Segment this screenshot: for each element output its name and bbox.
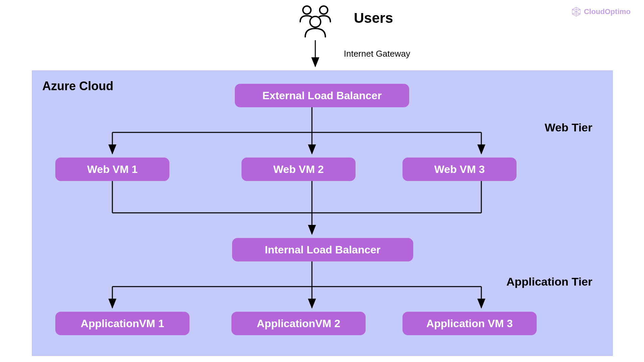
external-load-balancer-node: External Load Balancer xyxy=(235,84,409,107)
web-vm-1-node: Web VM 1 xyxy=(55,158,169,181)
users-label: Users xyxy=(354,10,393,26)
web-vm-3-node: Web VM 3 xyxy=(402,158,517,181)
svg-point-7 xyxy=(320,6,328,14)
brand-icon xyxy=(571,7,581,17)
node-label: ApplicationVM 2 xyxy=(257,317,340,330)
svg-point-8 xyxy=(310,16,321,27)
node-label: External Load Balancer xyxy=(262,89,382,102)
node-label: Internal Load Balancer xyxy=(265,244,381,256)
web-vm-2-node: Web VM 2 xyxy=(241,158,356,181)
internal-load-balancer-node: Internal Load Balancer xyxy=(232,238,413,261)
node-label: Web VM 3 xyxy=(434,163,485,176)
node-label: ApplicationVM 1 xyxy=(81,317,164,330)
app-tier-label: Application Tier xyxy=(506,275,592,288)
node-label: Web VM 1 xyxy=(87,163,138,176)
brand-logo: CloudOptimo xyxy=(571,7,631,17)
svg-point-6 xyxy=(303,6,311,14)
app-vm-1-node: ApplicationVM 1 xyxy=(55,312,190,335)
app-vm-3-node: Application VM 3 xyxy=(402,312,537,335)
gateway-label: Internet Gateway xyxy=(344,49,410,59)
web-tier-label: Web Tier xyxy=(545,121,592,134)
node-label: Application VM 3 xyxy=(426,317,513,330)
users-icon xyxy=(295,3,335,40)
brand-text: CloudOptimo xyxy=(584,7,631,16)
app-vm-2-node: ApplicationVM 2 xyxy=(231,312,366,335)
cloud-title: Azure Cloud xyxy=(42,79,113,93)
node-label: Web VM 2 xyxy=(273,163,324,176)
